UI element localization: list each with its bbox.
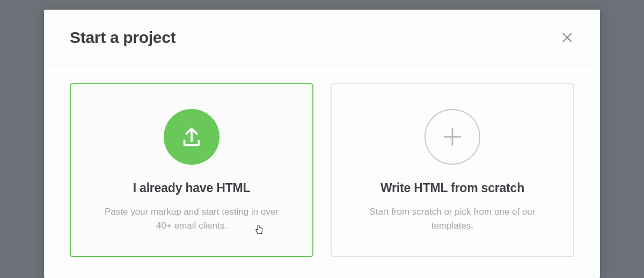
option-already-have-html[interactable]: I already have HTML Paste your markup an… [70,83,313,257]
modal-header: Start a project [44,10,600,64]
option-description: Paste your markup and start testing in o… [100,205,283,233]
option-write-from-scratch[interactable]: Write HTML from scratch Start from scrat… [331,83,574,257]
option-description: Start from scratch or pick from one of o… [361,205,544,233]
plus-icon [441,125,464,149]
modal-body: I already have HTML Paste your markup an… [44,64,600,257]
plus-icon-circle [425,109,480,165]
modal-title: Start a project [70,28,175,47]
close-button[interactable] [560,31,574,45]
close-icon [560,31,574,45]
option-title: Write HTML from scratch [380,181,524,195]
option-title: I already have HTML [133,181,251,195]
upload-icon-circle [164,109,219,165]
upload-icon [179,125,204,149]
start-project-modal: Start a project I already have HTML Past… [44,10,600,278]
